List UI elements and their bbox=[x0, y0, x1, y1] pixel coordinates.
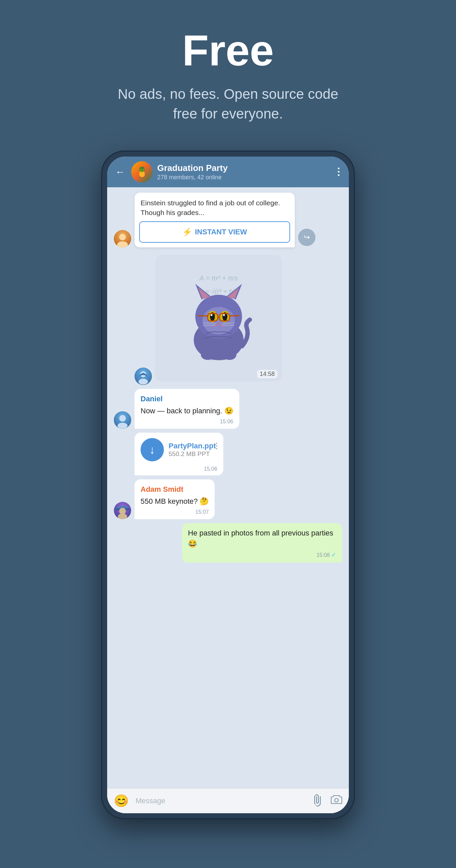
input-bar: 😊 Message bbox=[107, 788, 349, 813]
group-meta: 278 members, 42 online bbox=[157, 174, 331, 181]
phone-screen: ← 🍍 Graduation Party 278 members, 42 onl… bbox=[107, 157, 349, 813]
attach-button[interactable] bbox=[310, 792, 327, 809]
hero-title: Free bbox=[111, 27, 345, 74]
message-row-sticker: A = πr² + πrs s = √(r² + h²) V = l³ P = … bbox=[134, 251, 342, 385]
phone-mockup: ← 🍍 Graduation Party 278 members, 42 onl… bbox=[101, 151, 355, 819]
message-row-daniel: Daniel Now — back to planning. 😉 15:06 bbox=[114, 389, 342, 429]
article-card: Einstein struggled to find a job out of … bbox=[134, 193, 295, 248]
emoji-button[interactable]: 😊 bbox=[114, 794, 129, 808]
file-size: 550.2 MB PPT bbox=[169, 451, 217, 458]
bubble-time-own: 15:08 ✓ bbox=[188, 551, 336, 559]
cat-sticker-svg bbox=[175, 271, 262, 365]
message-text-adam: 550 MB keynote? 🤔 bbox=[141, 496, 209, 507]
message-row-adam: Adam Smidt 550 MB keynote? 🤔 15:07 bbox=[114, 479, 342, 519]
sender-name-daniel: Daniel bbox=[141, 394, 233, 404]
avatar-adam bbox=[114, 502, 131, 519]
chat-area: Einstein struggled to find a job out of … bbox=[107, 187, 349, 788]
svg-point-29 bbox=[201, 350, 215, 360]
time-label-daniel: 15:06 bbox=[220, 417, 233, 425]
svg-point-32 bbox=[119, 415, 126, 422]
camera-button[interactable] bbox=[331, 795, 342, 807]
time-label-own: 15:08 bbox=[316, 551, 330, 559]
share-button[interactable]: ↪ bbox=[298, 229, 315, 246]
file-row: ↓ PartyPlan.ppt 550.2 M bbox=[141, 438, 217, 461]
svg-point-30 bbox=[223, 350, 236, 360]
bubble-time-daniel: 15:06 bbox=[141, 417, 233, 425]
instant-view-button[interactable]: ⚡ INSTANT VIEW bbox=[139, 221, 290, 243]
file-info: PartyPlan.ppt 550.2 MB PPT bbox=[169, 442, 217, 458]
more-dot-2 bbox=[338, 171, 339, 173]
avatar-article-sender bbox=[114, 230, 131, 247]
download-button[interactable]: ↓ bbox=[141, 438, 164, 461]
time-label-file: 15:06 bbox=[204, 466, 217, 472]
checkmark-icon: ✓ bbox=[331, 551, 336, 559]
message-row-file: ↓ PartyPlan.ppt 550.2 M bbox=[134, 433, 342, 475]
file-time: 15:06 bbox=[141, 466, 217, 472]
group-name: Graduation Party bbox=[157, 163, 331, 173]
bubble-daniel: Daniel Now — back to planning. 😉 15:06 bbox=[134, 389, 239, 429]
download-icon: ↓ bbox=[150, 443, 155, 456]
message-row-own: He pasted in photos from all previous pa… bbox=[114, 523, 342, 562]
group-avatar: 🍍 bbox=[131, 161, 153, 183]
more-dot-3 bbox=[338, 174, 339, 176]
article-text: Einstein struggled to find a job out of … bbox=[134, 193, 295, 222]
group-info: Graduation Party 278 members, 42 online bbox=[157, 163, 331, 181]
group-avatar-emoji: 🍍 bbox=[136, 166, 148, 177]
hero-section: Free No ads, no fees. Open source code f… bbox=[98, 0, 358, 141]
svg-point-18 bbox=[223, 314, 225, 316]
svg-point-5 bbox=[139, 379, 148, 384]
back-button[interactable]: ← bbox=[114, 165, 126, 179]
time-label-adam: 15:07 bbox=[195, 508, 209, 516]
bubble-own: He pasted in photos from all previous pa… bbox=[182, 523, 342, 562]
sticker-container: A = πr² + πrs s = √(r² + h²) V = l³ P = … bbox=[155, 255, 282, 381]
bubble-time-adam: 15:07 bbox=[141, 508, 209, 516]
svg-line-28 bbox=[230, 316, 240, 316]
file-bubble: ↓ PartyPlan.ppt 550.2 M bbox=[134, 433, 223, 475]
svg-point-1 bbox=[119, 234, 126, 240]
instant-view-label: INSTANT VIEW bbox=[195, 228, 247, 236]
avatar-daniel bbox=[114, 411, 131, 429]
svg-point-17 bbox=[211, 314, 213, 316]
hero-subtitle: No ads, no fees. Open source code free f… bbox=[111, 85, 345, 124]
file-name-row: PartyPlan.ppt bbox=[169, 442, 217, 451]
chat-header: ← 🍍 Graduation Party 278 members, 42 onl… bbox=[107, 157, 349, 187]
lightning-icon: ⚡ bbox=[182, 227, 192, 237]
message-text-own: He pasted in photos from all previous pa… bbox=[188, 528, 336, 549]
bubble-adam: Adam Smidt 550 MB keynote? 🤔 15:07 bbox=[134, 479, 215, 519]
sticker-time: 14:58 bbox=[257, 370, 277, 378]
avatar-sticker-sender bbox=[134, 368, 152, 385]
more-dot-1 bbox=[338, 167, 339, 169]
message-text-daniel: Now — back to planning. 😉 bbox=[141, 406, 233, 416]
svg-line-27 bbox=[197, 316, 208, 316]
more-button[interactable] bbox=[335, 166, 342, 177]
svg-point-12 bbox=[202, 307, 235, 335]
file-more-dot-3 bbox=[216, 448, 217, 450]
svg-point-39 bbox=[335, 799, 338, 802]
sticker-background: A = πr² + πrs s = √(r² + h²) V = l³ P = … bbox=[155, 255, 282, 381]
sender-name-adam: Adam Smidt bbox=[141, 484, 209, 495]
share-icon: ↪ bbox=[304, 233, 310, 242]
message-row-article: Einstein struggled to find a job out of … bbox=[114, 193, 342, 248]
file-more-dot-2 bbox=[216, 445, 217, 447]
svg-point-33 bbox=[118, 423, 127, 429]
message-input[interactable]: Message bbox=[135, 797, 307, 805]
file-more-dot-1 bbox=[216, 443, 217, 444]
file-name: PartyPlan.ppt bbox=[169, 442, 216, 451]
file-more-button[interactable] bbox=[216, 443, 217, 450]
